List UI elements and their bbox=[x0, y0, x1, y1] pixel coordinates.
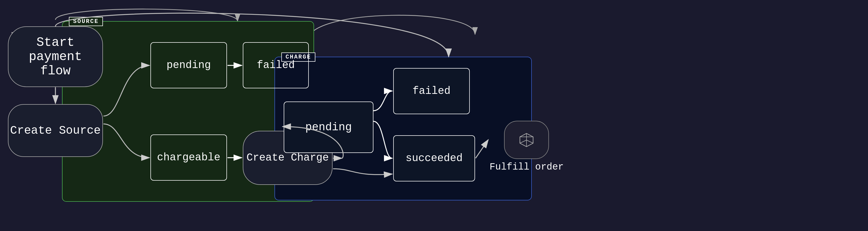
source-group-label: SOURCE bbox=[69, 17, 103, 26]
source-chargeable-node: chargeable bbox=[150, 134, 227, 180]
source-pending-node: pending bbox=[150, 42, 227, 88]
create-source-label: Create Source bbox=[10, 124, 100, 137]
charge-failed-label: failed bbox=[412, 85, 451, 97]
source-failed-node: failed bbox=[243, 42, 309, 88]
fulfill-order-icon-box bbox=[504, 121, 549, 159]
create-charge-label: Create Charge bbox=[247, 152, 329, 164]
charge-succeeded-node: succeeded bbox=[393, 135, 475, 182]
charge-failed-node: failed bbox=[393, 68, 470, 114]
cube-icon bbox=[519, 132, 534, 148]
diagram-container: SOURCE CHARGE ⚑ Start paymentflow Create… bbox=[0, 0, 868, 231]
charge-succeeded-label: succeeded bbox=[406, 153, 463, 164]
source-failed-label: failed bbox=[257, 59, 295, 71]
svg-line-10 bbox=[527, 140, 533, 143]
charge-pending-node: pending bbox=[284, 101, 373, 153]
start-payment-label: Start paymentflow bbox=[8, 35, 102, 78]
fulfill-order-node: Fulfill order bbox=[490, 121, 564, 172]
source-chargeable-label: chargeable bbox=[157, 152, 220, 164]
charge-pending-label: pending bbox=[305, 121, 352, 134]
svg-line-9 bbox=[520, 140, 527, 143]
fulfill-order-label: Fulfill order bbox=[490, 162, 564, 172]
start-payment-node: Start paymentflow bbox=[8, 26, 103, 87]
create-source-node: Create Source bbox=[8, 104, 103, 157]
source-pending-label: pending bbox=[166, 59, 211, 71]
